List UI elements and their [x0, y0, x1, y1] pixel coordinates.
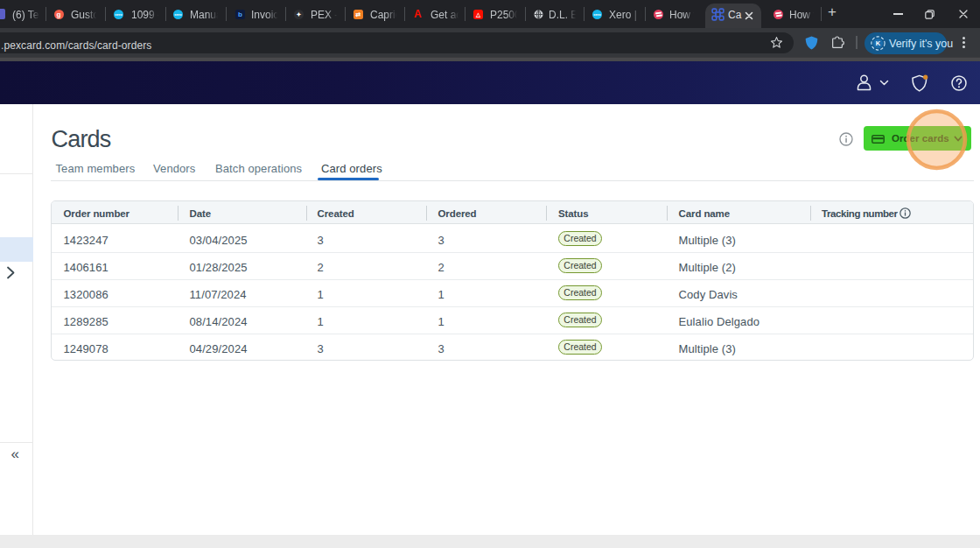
svg-text:K: K	[875, 39, 880, 47]
